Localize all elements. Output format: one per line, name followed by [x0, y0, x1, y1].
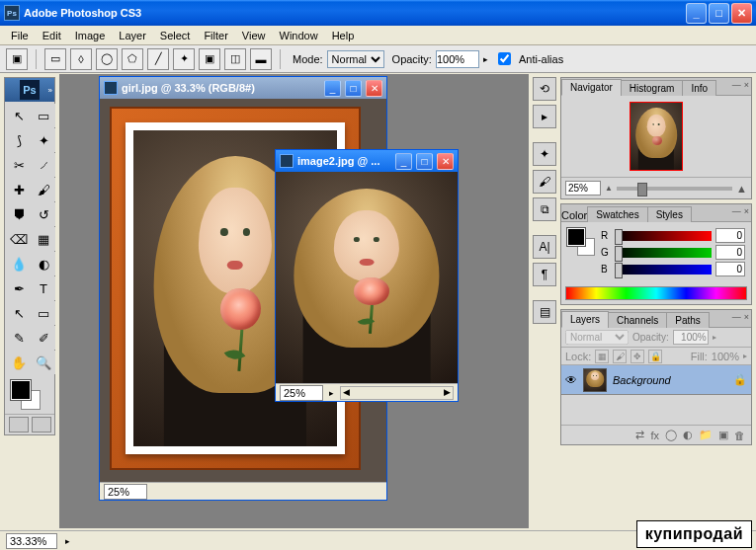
- zoom-in-icon[interactable]: ▲: [736, 183, 747, 195]
- layer-name[interactable]: Background: [613, 374, 727, 386]
- type-tool[interactable]: T: [32, 276, 55, 300]
- opt-polygon-icon[interactable]: ⬠: [122, 48, 143, 70]
- quickmask-mode-button[interactable]: [32, 417, 51, 432]
- opacity-flyout-icon[interactable]: ▸: [483, 54, 488, 64]
- toolbox-collapse-icon[interactable]: »: [48, 86, 52, 95]
- dock-actions-icon[interactable]: ▸: [533, 105, 556, 128]
- marquee-tool[interactable]: ▭: [32, 104, 55, 127]
- lock-transparency-icon[interactable]: ▦: [595, 350, 609, 363]
- tab-paths[interactable]: Paths: [666, 312, 710, 328]
- tab-swatches[interactable]: Swatches: [587, 206, 647, 222]
- doc1-zoom-field[interactable]: 25%: [104, 484, 147, 500]
- maximize-button[interactable]: □: [709, 3, 729, 24]
- tab-channels[interactable]: Channels: [608, 312, 667, 328]
- tab-layers[interactable]: Layers: [561, 311, 609, 328]
- doc2-flyout-icon[interactable]: ▸: [329, 388, 334, 398]
- opt-custom-icon[interactable]: ✦: [173, 48, 195, 70]
- lock-pixels-icon[interactable]: 🖌: [613, 350, 627, 363]
- gradient-tool[interactable]: ▦: [32, 227, 55, 251]
- lock-all-icon[interactable]: 🔒: [648, 350, 662, 363]
- layer-style-icon[interactable]: fx: [650, 430, 659, 441]
- menu-filter[interactable]: Filter: [197, 28, 234, 43]
- doc1-maximize-button[interactable]: □: [345, 80, 362, 97]
- status-flyout-icon[interactable]: ▸: [65, 536, 70, 546]
- fill-field[interactable]: 100%: [712, 351, 739, 362]
- doc2-close-button[interactable]: ✕: [437, 153, 454, 170]
- opt-fill-icon[interactable]: ▬: [250, 48, 272, 70]
- opt-line-icon[interactable]: ╱: [147, 48, 169, 70]
- stamp-tool[interactable]: ⛊: [7, 202, 31, 226]
- adjustment-layer-icon[interactable]: ◐: [683, 429, 693, 441]
- dock-paragraph-icon[interactable]: ¶: [533, 263, 556, 286]
- zoom-tool[interactable]: 🔍: [32, 351, 55, 374]
- dock-toolpresets-icon[interactable]: ✦: [533, 142, 556, 166]
- menu-layer[interactable]: Layer: [112, 28, 153, 43]
- navigator-zoom-field[interactable]: 25%: [565, 181, 601, 196]
- fill-flyout-icon[interactable]: ▸: [743, 352, 747, 360]
- dock-character-icon[interactable]: A|: [533, 235, 556, 259]
- g-slider[interactable]: [615, 248, 712, 258]
- hand-tool[interactable]: ✋: [7, 351, 31, 374]
- notes-tool[interactable]: ✎: [7, 326, 31, 350]
- eraser-tool[interactable]: ⌫: [7, 227, 31, 251]
- new-layer-icon[interactable]: ▣: [718, 429, 728, 441]
- dock-clonesource-icon[interactable]: ⧉: [533, 197, 556, 221]
- panel-close-icon[interactable]: ×: [744, 80, 749, 90]
- link-layers-icon[interactable]: ⇄: [635, 429, 644, 441]
- b-slider[interactable]: [615, 265, 712, 275]
- brush-tool[interactable]: 🖌: [32, 178, 55, 201]
- move-tool[interactable]: ↖: [7, 104, 31, 127]
- color-spectrum[interactable]: [565, 286, 747, 300]
- standard-mode-button[interactable]: [9, 417, 29, 432]
- color-fg-swatch[interactable]: [567, 228, 585, 246]
- color-swatches[interactable]: [5, 376, 54, 414]
- slice-tool[interactable]: ⟋: [32, 153, 55, 177]
- blur-tool[interactable]: 💧: [7, 252, 31, 275]
- antialias-checkbox[interactable]: [498, 52, 511, 65]
- zoom-out-icon[interactable]: ▲: [605, 184, 613, 193]
- panel-minimize-icon[interactable]: —: [732, 80, 741, 90]
- lasso-tool[interactable]: ⟆: [7, 128, 31, 152]
- opt-shape-layers-icon[interactable]: ▣: [199, 48, 220, 70]
- opacity-input[interactable]: [436, 50, 479, 68]
- group-icon[interactable]: 📁: [699, 429, 713, 441]
- document-window-image2[interactable]: image2.jpg @ ... _ □ ✕ 25% ▸: [275, 149, 459, 402]
- tab-info[interactable]: Info: [682, 80, 716, 96]
- healing-tool[interactable]: ✚: [7, 178, 31, 201]
- navigator-thumbnail[interactable]: [630, 102, 683, 171]
- layer-thumbnail[interactable]: [583, 368, 607, 392]
- tab-color[interactable]: Color: [561, 209, 587, 221]
- visibility-icon[interactable]: 👁: [565, 373, 577, 387]
- menu-image[interactable]: Image: [68, 28, 113, 43]
- status-zoom-field[interactable]: 33.33%: [6, 533, 57, 549]
- menu-window[interactable]: Window: [273, 28, 325, 43]
- layer-opacity-field[interactable]: 100%: [673, 330, 709, 345]
- opacity-flyout-icon[interactable]: ▸: [713, 333, 716, 342]
- g-value[interactable]: 0: [715, 245, 745, 260]
- tab-navigator[interactable]: Navigator: [561, 79, 622, 96]
- doc1-minimize-button[interactable]: _: [324, 80, 341, 97]
- history-brush-tool[interactable]: ↺: [32, 202, 55, 226]
- pen-tool[interactable]: ✒: [7, 276, 31, 300]
- opt-rectangle-icon[interactable]: ▭: [44, 48, 66, 70]
- tab-histogram[interactable]: Histogram: [621, 80, 684, 96]
- crop-tool[interactable]: ✂: [7, 153, 31, 177]
- dock-brushes-icon[interactable]: 🖌: [533, 170, 556, 194]
- panel-minimize-icon[interactable]: —: [732, 312, 741, 322]
- panel-close-icon[interactable]: ×: [744, 206, 749, 216]
- menu-edit[interactable]: Edit: [36, 28, 68, 43]
- menu-help[interactable]: Help: [325, 28, 362, 43]
- doc1-close-button[interactable]: ✕: [366, 80, 382, 97]
- layer-row-background[interactable]: 👁 Background 🔒: [561, 365, 751, 395]
- toolbox-header[interactable]: Ps »: [5, 78, 54, 102]
- doc2-minimize-button[interactable]: _: [395, 153, 412, 170]
- navigator-zoom-slider[interactable]: [617, 187, 732, 191]
- tab-styles[interactable]: Styles: [647, 206, 692, 222]
- menu-select[interactable]: Select: [153, 28, 198, 43]
- doc2-maximize-button[interactable]: □: [416, 153, 433, 170]
- layer-mask-icon[interactable]: ◯: [665, 429, 677, 441]
- b-value[interactable]: 0: [715, 262, 745, 276]
- close-button[interactable]: ✕: [731, 3, 752, 24]
- doc2-scrollbar[interactable]: [340, 386, 454, 400]
- r-slider[interactable]: [615, 231, 712, 241]
